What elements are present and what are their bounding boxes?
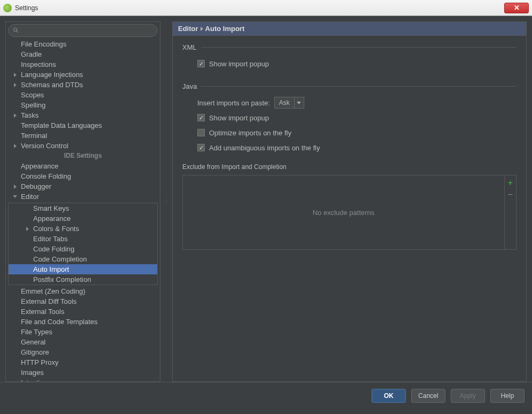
- java-group-title: Java: [182, 82, 516, 90]
- tree-item[interactable]: HTTP Proxy: [6, 357, 160, 367]
- dropdown-arrow-icon[interactable]: [294, 97, 304, 108]
- chevron-down-icon[interactable]: [13, 195, 17, 198]
- resize-grip[interactable]: ⋮: [165, 21, 168, 382]
- chevron-right-icon[interactable]: [14, 73, 17, 77]
- java-group-label: Java: [182, 82, 197, 90]
- tree-item-label: Intentions: [21, 379, 51, 381]
- breadcrumb: Editor Auto Import: [173, 22, 526, 36]
- tree-item[interactable]: Images: [6, 367, 160, 378]
- tree-item[interactable]: General: [6, 337, 160, 347]
- tree-item[interactable]: Template Data Languages: [6, 120, 160, 131]
- tree-item-label: Postfix Completion: [33, 275, 91, 283]
- tree-item[interactable]: Console Folding: [6, 171, 160, 181]
- tree-item-label: Appearance: [21, 162, 58, 170]
- cancel-button[interactable]: Cancel: [411, 389, 445, 403]
- tree-item[interactable]: Language Injections: [6, 70, 160, 80]
- tree-item-label: Version Control: [21, 142, 68, 150]
- insert-imports-value: Ask: [275, 97, 294, 108]
- tree-item-label: Tasks: [21, 111, 38, 119]
- tree-item-label: Terminal: [21, 132, 47, 140]
- tree-item-label: Images: [21, 369, 44, 377]
- tree-item[interactable]: Terminal: [6, 131, 160, 141]
- tree-item-label: External Tools: [21, 308, 64, 316]
- add-exclude-button[interactable]: +: [506, 179, 515, 187]
- chevron-right-icon[interactable]: [14, 144, 17, 148]
- optimize-imports-row[interactable]: Optimize imports on the fly: [197, 127, 516, 139]
- tree-item-label: Colors & Fonts: [33, 225, 79, 233]
- help-button[interactable]: Help: [490, 389, 525, 403]
- tree-item[interactable]: Debugger: [6, 181, 160, 191]
- tree-item-label: Appearance: [33, 214, 71, 223]
- chevron-right-icon[interactable]: [14, 185, 17, 189]
- auto-import-panel: XML Show import popup Java Insert import…: [173, 36, 526, 381]
- tree-item[interactable]: Code Completion: [9, 254, 157, 264]
- tree-item-label: External Diff Tools: [21, 297, 76, 305]
- tree-item-label: Emmet (Zen Coding): [21, 287, 86, 295]
- search-box[interactable]: [8, 24, 158, 37]
- tree-item[interactable]: Auto Import: [9, 264, 157, 274]
- tree-item[interactable]: Scopes: [6, 90, 160, 100]
- tree-item[interactable]: External Diff Tools: [6, 296, 160, 306]
- tree-item[interactable]: Colors & Fonts: [9, 224, 157, 234]
- tree-item-label: Editor: [21, 193, 39, 201]
- tree-item[interactable]: Appearance: [6, 161, 160, 171]
- java-show-import-popup-checkbox[interactable]: [197, 114, 205, 121]
- exclude-title: Exclude from Import and Completion: [182, 163, 516, 171]
- settings-sidebar: File EncodingsGradleInspectionsLanguage …: [5, 21, 160, 382]
- java-show-import-popup-label: Show import popup: [209, 114, 269, 122]
- tree-item[interactable]: File and Code Templates: [6, 317, 160, 327]
- unambiguous-imports-checkbox[interactable]: [197, 144, 205, 151]
- remove-exclude-button[interactable]: −: [506, 190, 515, 199]
- tree-item[interactable]: Appearance: [9, 213, 157, 224]
- unambiguous-imports-row[interactable]: Add unambiguous imports on the fly: [197, 142, 516, 154]
- tree-item-label: General: [21, 338, 45, 346]
- tree-item[interactable]: Editor Tabs: [9, 234, 157, 244]
- search-input[interactable]: [22, 27, 153, 34]
- svg-point-0: [14, 28, 17, 32]
- tree-item[interactable]: Inspections: [6, 59, 160, 70]
- tree-item[interactable]: Spelling: [6, 100, 160, 110]
- tree-item[interactable]: File Encodings: [6, 39, 160, 49]
- tree-item[interactable]: Intentions: [6, 378, 160, 381]
- tree-item[interactable]: Emmet (Zen Coding): [6, 286, 160, 296]
- chevron-right-icon[interactable]: [14, 113, 17, 118]
- optimize-imports-checkbox[interactable]: [197, 129, 205, 136]
- tree-item-label: Smart Keys: [33, 204, 69, 212]
- settings-tree[interactable]: File EncodingsGradleInspectionsLanguage …: [6, 39, 160, 381]
- tree-item-label: Spelling: [21, 101, 45, 109]
- exclude-toolbar: + −: [504, 175, 516, 249]
- tree-item[interactable]: File Types: [6, 327, 160, 337]
- apply-button[interactable]: Apply: [451, 389, 485, 403]
- exclude-empty-text: No exclude patterns: [183, 175, 504, 249]
- xml-show-import-popup-row[interactable]: Show import popup: [197, 58, 516, 70]
- close-button[interactable]: ✕: [504, 3, 529, 13]
- tree-item-label: Console Folding: [21, 172, 71, 180]
- tree-item-label: Template Data Languages: [21, 121, 102, 129]
- tree-item[interactable]: Code Folding: [9, 244, 157, 254]
- ide-settings-header: IDE Settings: [6, 151, 160, 161]
- tree-item[interactable]: Tasks: [6, 110, 160, 120]
- tree-item-label: Language Injections: [21, 71, 83, 79]
- xml-show-import-popup-checkbox[interactable]: [197, 60, 205, 67]
- tree-item-label: Gradle: [21, 50, 42, 58]
- tree-item[interactable]: Smart Keys: [9, 203, 157, 213]
- titlebar: Settings ✕: [0, 0, 532, 16]
- search-icon: [13, 27, 19, 34]
- ok-button[interactable]: OK: [372, 389, 406, 403]
- tree-item-label: Code Completion: [33, 255, 87, 263]
- tree-item[interactable]: External Tools: [6, 306, 160, 317]
- tree-item[interactable]: Version Control: [6, 141, 160, 151]
- chevron-right-icon[interactable]: [14, 83, 17, 87]
- tree-item-label: Debugger: [21, 182, 51, 190]
- insert-imports-select[interactable]: Ask: [274, 97, 304, 109]
- chevron-right-icon[interactable]: [26, 227, 29, 231]
- tree-item[interactable]: Schemas and DTDs: [6, 80, 160, 90]
- tree-item[interactable]: Postfix Completion: [9, 274, 157, 285]
- tree-item-label: Scopes: [21, 91, 44, 99]
- java-show-import-popup-row[interactable]: Show import popup: [197, 112, 516, 124]
- tree-item[interactable]: Gradle: [6, 49, 160, 59]
- tree-item[interactable]: Gitignore: [6, 347, 160, 357]
- settings-content: Editor Auto Import XML Show import popup…: [172, 21, 527, 382]
- tree-item[interactable]: Editor: [6, 191, 160, 202]
- chevron-right-icon: [201, 27, 203, 31]
